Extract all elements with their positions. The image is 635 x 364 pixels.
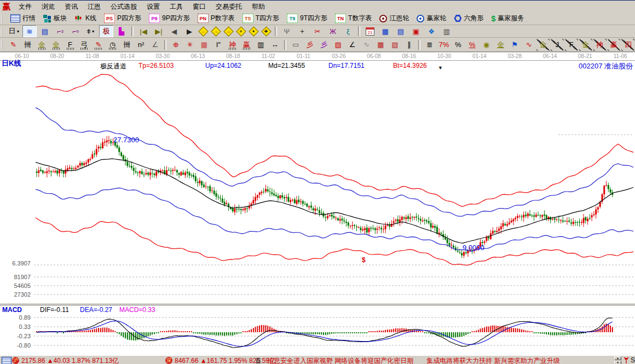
tool-time-grid[interactable]: ▧ [388, 39, 401, 51]
tool-grid-fan[interactable]: ▨ [332, 39, 345, 51]
tool-crosshair[interactable]: ＋ [295, 25, 309, 37]
tool-gold-circle[interactable]: ◉ [480, 39, 493, 51]
toolbar-button-gann-wheel[interactable]: 江恩轮 [376, 12, 413, 25]
tool-fan-box[interactable]: 彡 [318, 39, 331, 51]
tool-f-fence[interactable]: F [64, 39, 77, 51]
quotes-grid-icon[interactable] [2, 357, 11, 364]
tool-report[interactable]: ▤ [394, 25, 408, 37]
tool-gold-levels[interactable]: 金 [494, 39, 507, 51]
tool-angle-measure[interactable]: ✂ [310, 25, 325, 37]
tool-percent-angle[interactable]: 7% [437, 39, 451, 51]
tool-gold-diag[interactable]: 金 [536, 39, 550, 51]
tool-fan-lines[interactable]: 彡 [303, 39, 316, 51]
toolbar-button-quotes[interactable]: 行情 [7, 12, 39, 25]
tool-gann-wizard[interactable]: Ж [326, 25, 340, 37]
tool-gann-star[interactable]: ✳ [183, 39, 197, 51]
menu-item-2[interactable]: 资讯 [60, 2, 83, 11]
toolbar-button-9t-square[interactable]: T99T四方形 [283, 12, 331, 25]
tool-n2-fence[interactable]: n² [135, 39, 148, 51]
tool-gold-angle[interactable]: 金 [579, 39, 592, 51]
tool-print[interactable]: ▥ [440, 25, 454, 37]
tool-gold-fence-1[interactable]: 金 [35, 39, 48, 51]
tool-zoom-out-all[interactable]: ✳ [236, 26, 246, 37]
tool-plain-fence[interactable]: 卌 [120, 39, 134, 51]
tool-pen-fence[interactable]: ✎ [92, 39, 105, 51]
tool-zoom-in[interactable]: ✦ [249, 26, 259, 37]
tool-price-grid[interactable]: ▦ [374, 39, 387, 51]
spinner-up-button[interactable]: ▲ [614, 356, 621, 360]
tool-gann-fence[interactable]: 卌 [21, 39, 34, 51]
tool-pan-hand[interactable]: Ψ [280, 25, 294, 37]
tool-zoom-horizontal[interactable]: ↔ [223, 26, 234, 37]
tool-shen-fence[interactable]: 神 [226, 39, 239, 51]
chart-area[interactable]: 06-1008-2011-0801-1403-3006-1308-1811-02… [0, 53, 635, 355]
toolbar-button-sectors[interactable]: 板块 [39, 12, 71, 25]
tool-calendar[interactable]: 21 [363, 25, 377, 37]
menu-item-5[interactable]: 设置 [142, 2, 165, 11]
tool-jifan-channel[interactable]: 极 [99, 25, 113, 37]
tool-nav-last[interactable]: ▶| [152, 25, 166, 37]
tool-zoom-left[interactable]: ← [198, 26, 209, 37]
menu-item-6[interactable]: 工具 [165, 2, 188, 11]
tool-draw-pen[interactable]: ✎ [7, 39, 20, 51]
tool-zigzag-lines[interactable]: ∿ [360, 39, 373, 51]
spinner-down-button[interactable]: ▼ [614, 361, 621, 364]
tool-scale-tool[interactable]: ≣ [423, 39, 436, 51]
tool-overlay-9[interactable]: ⌐9 [68, 25, 83, 37]
menu-item-7[interactable]: 窗口 [188, 2, 211, 11]
tool-smart-analysis[interactable]: ξ [341, 25, 355, 37]
menu-item-3[interactable]: 江恩 [83, 2, 106, 11]
tool-cycle-fence[interactable]: ◷ [106, 39, 119, 51]
toolbar-button-hexagon[interactable]: 六角形 [450, 12, 487, 25]
tool-j-angle[interactable]: J [551, 39, 564, 51]
toolbar-button-9p-square[interactable]: P99P四方形 [145, 12, 194, 25]
toolbar-button-t-square[interactable]: TST四方形 [239, 12, 283, 25]
toolbar-button-winner-wheel[interactable]: 赢家轮 [413, 12, 450, 25]
tool-gann-target[interactable]: ⊕ [169, 39, 182, 51]
tool-rect-tool[interactable]: ▭ [289, 39, 302, 51]
tool-angle-ruler[interactable]: ∠ [148, 39, 161, 51]
menu-item-8[interactable]: 交易委托 [211, 2, 247, 11]
tool-ruler-123[interactable]: ▥ [255, 39, 268, 51]
tool-nav-next[interactable]: ▶ [182, 25, 197, 37]
tool-percent-levels[interactable]: % [466, 39, 479, 51]
menu-item-4[interactable]: 公式选股 [106, 2, 142, 11]
tool-volume-colored[interactable]: ▙ [114, 25, 129, 37]
tool-calculator[interactable]: ▦ [378, 25, 392, 37]
tool-percent[interactable]: % [452, 39, 465, 51]
tool-si-angle[interactable]: 四 [621, 39, 634, 51]
tool-network[interactable]: ❖ [424, 25, 438, 37]
toolbar-button-kline[interactable]: K线 [71, 12, 100, 25]
tool-shen-angle[interactable]: 神 [593, 39, 607, 51]
tool-overlay-3[interactable]: ⌐3 [53, 25, 67, 37]
toolbar-button-p-table[interactable]: PNP数字表 [194, 12, 239, 25]
tool-wave-ruler[interactable]: ∿ [522, 39, 535, 51]
tool-f-angle[interactable]: F [565, 39, 578, 51]
tool-ying-fence[interactable]: 赢 [240, 39, 253, 51]
tool-candle-style-dropdown[interactable]: ǂ▼ [84, 25, 98, 37]
tool-zoom-right[interactable]: → [211, 26, 221, 37]
toolbar-button-winner-service[interactable]: $赢家服务 [487, 12, 528, 25]
tool-f10-info[interactable]: ▤ [38, 25, 52, 37]
menu-item-1[interactable]: 浏览 [37, 2, 60, 11]
tool-gold-fence-2[interactable]: 金 [49, 39, 62, 51]
tool-angle-lines[interactable]: ∠ [346, 39, 359, 51]
tool-gann-grid[interactable]: ▦ [198, 39, 211, 51]
ticker-spinner[interactable]: ▲ ▼ [614, 356, 621, 364]
tool-nav-prev[interactable]: ◀ [167, 25, 181, 37]
tool-period-day-dropdown[interactable]: 日▼ [7, 25, 21, 37]
toolbar-button-p-square[interactable]: PSP四方形 [100, 12, 145, 25]
tool-save[interactable]: ▣ [409, 25, 423, 37]
tool-ying-angle[interactable]: 赢 [608, 39, 621, 51]
tool-zoom-reset[interactable]: ✚ [261, 26, 272, 37]
tool-width-measure[interactable]: ↔ [268, 39, 281, 51]
tool-trend-wave[interactable]: ≋ [22, 25, 37, 37]
tool-parallel-lines[interactable]: ∥ [402, 39, 415, 51]
menu-item-0[interactable]: 文件 [14, 2, 37, 11]
toolbar-button-t-table[interactable]: TNT数字表 [331, 12, 376, 25]
tool-nav-first[interactable]: |◀ [136, 25, 151, 37]
menu-item-9[interactable]: 帮助 [247, 2, 270, 11]
tool-flag-pen[interactable]: ⚑ [508, 39, 521, 51]
tool-coil-fence[interactable]: 弓 [78, 39, 91, 51]
tool-bar-marks[interactable]: I″ [212, 39, 225, 51]
